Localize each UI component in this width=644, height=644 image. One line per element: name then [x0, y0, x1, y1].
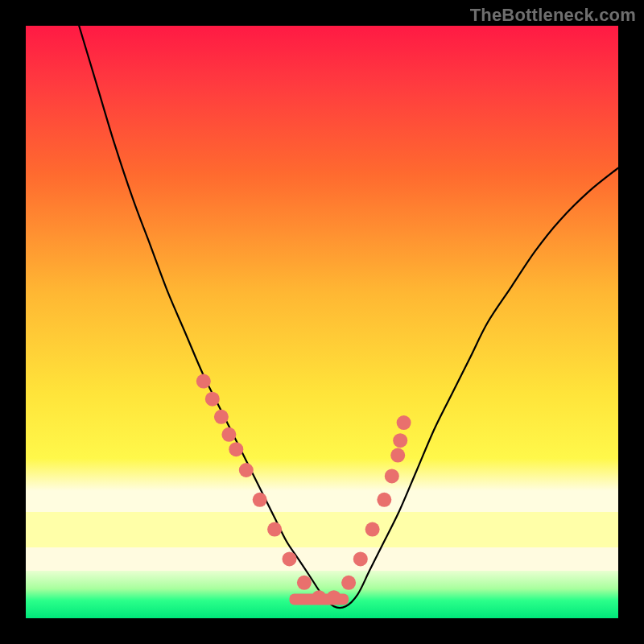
bottleneck-curve	[79, 26, 618, 608]
highlight-dot	[283, 551, 297, 566]
highlight-dot	[229, 442, 243, 456]
highlight-dot	[365, 522, 380, 537]
highlight-dot	[377, 493, 391, 507]
highlight-dot	[390, 448, 405, 463]
highlight-dot	[239, 463, 254, 477]
highlight-dot	[393, 433, 407, 448]
highlight-dot	[397, 415, 411, 430]
chart-frame: TheBottleneck.com	[0, 0, 644, 644]
highlight-dot	[214, 410, 229, 424]
highlight-dot	[221, 427, 236, 442]
highlight-dots	[196, 374, 411, 605]
highlight-dot	[385, 469, 399, 483]
plot-area	[26, 26, 618, 618]
curve-layer	[26, 26, 618, 618]
highlight-dot	[205, 392, 220, 407]
watermark-text: TheBottleneck.com	[470, 5, 636, 26]
highlight-dot	[267, 522, 282, 537]
curve-flat-bar	[290, 593, 349, 605]
highlight-dot	[353, 551, 368, 566]
highlight-dot	[253, 493, 267, 507]
highlight-dot	[297, 576, 312, 590]
highlight-dot	[196, 374, 211, 389]
highlight-dot	[341, 576, 356, 590]
